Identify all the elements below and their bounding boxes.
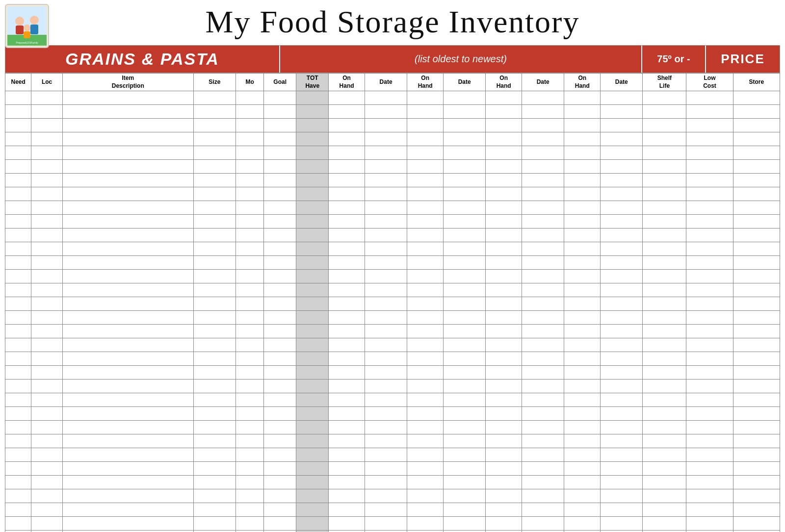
table-cell[interactable] [733,119,780,132]
table-cell[interactable] [264,146,296,160]
table-cell[interactable] [443,421,485,434]
table-row[interactable] [5,174,780,187]
table-cell[interactable] [486,160,522,174]
table-cell[interactable] [686,270,733,283]
table-cell[interactable] [296,311,329,325]
table-cell[interactable] [365,407,407,421]
table-cell[interactable] [564,215,601,228]
table-cell[interactable] [601,201,643,215]
table-cell[interactable] [193,380,236,393]
table-cell[interactable] [193,517,236,531]
table-cell[interactable] [296,146,329,160]
table-row[interactable] [5,311,780,325]
table-row[interactable] [5,503,780,517]
table-cell[interactable] [193,393,236,407]
table-cell[interactable] [643,256,686,270]
table-cell[interactable] [686,338,733,352]
table-cell[interactable] [564,201,601,215]
table-cell[interactable] [193,174,236,187]
table-cell[interactable] [264,517,296,531]
table-cell[interactable] [329,380,365,393]
table-cell[interactable] [522,174,564,187]
table-cell[interactable] [62,393,193,407]
table-cell[interactable] [686,352,733,366]
table-cell[interactable] [264,434,296,448]
table-cell[interactable] [486,174,522,187]
table-cell[interactable] [443,325,485,338]
table-cell[interactable] [329,119,365,132]
table-cell[interactable] [296,517,329,531]
table-cell[interactable] [365,366,407,380]
table-cell[interactable] [522,132,564,146]
table-row[interactable] [5,338,780,352]
table-cell[interactable] [31,174,63,187]
table-cell[interactable] [564,119,601,132]
table-cell[interactable] [62,407,193,421]
table-cell[interactable] [62,105,193,119]
table-cell[interactable] [329,517,365,531]
table-cell[interactable] [643,476,686,489]
table-cell[interactable] [601,297,643,311]
table-cell[interactable] [564,283,601,297]
table-cell[interactable] [193,242,236,256]
table-cell[interactable] [564,448,601,462]
table-cell[interactable] [643,517,686,531]
table-cell[interactable] [643,393,686,407]
table-cell[interactable] [407,146,444,160]
table-cell[interactable] [296,434,329,448]
table-cell[interactable] [236,242,264,256]
table-cell[interactable] [236,119,264,132]
table-cell[interactable] [236,407,264,421]
table-cell[interactable] [31,91,63,105]
table-cell[interactable] [365,476,407,489]
table-cell[interactable] [31,325,63,338]
table-cell[interactable] [62,421,193,434]
table-cell[interactable] [31,366,63,380]
table-cell[interactable] [365,146,407,160]
table-cell[interactable] [522,311,564,325]
table-cell[interactable] [296,366,329,380]
table-cell[interactable] [486,448,522,462]
table-cell[interactable] [193,91,236,105]
table-cell[interactable] [443,366,485,380]
table-cell[interactable] [686,311,733,325]
table-cell[interactable] [193,325,236,338]
table-cell[interactable] [236,503,264,517]
table-cell[interactable] [62,283,193,297]
table-cell[interactable] [686,201,733,215]
table-cell[interactable] [522,421,564,434]
table-cell[interactable] [564,462,601,476]
table-row[interactable] [5,256,780,270]
table-cell[interactable] [686,160,733,174]
table-cell[interactable] [601,352,643,366]
table-cell[interactable] [686,407,733,421]
table-cell[interactable] [643,352,686,366]
table-cell[interactable] [264,270,296,283]
table-cell[interactable] [601,283,643,297]
table-cell[interactable] [236,380,264,393]
table-cell[interactable] [601,146,643,160]
table-cell[interactable] [601,242,643,256]
table-cell[interactable] [329,228,365,242]
table-cell[interactable] [365,462,407,476]
table-cell[interactable] [296,503,329,517]
table-cell[interactable] [601,119,643,132]
table-cell[interactable] [296,119,329,132]
table-cell[interactable] [564,380,601,393]
table-cell[interactable] [5,517,31,531]
table-cell[interactable] [564,160,601,174]
table-cell[interactable] [443,201,485,215]
table-cell[interactable] [686,489,733,503]
table-cell[interactable] [296,228,329,242]
table-cell[interactable] [522,256,564,270]
table-cell[interactable] [5,201,31,215]
table-cell[interactable] [5,338,31,352]
table-cell[interactable] [365,489,407,503]
table-cell[interactable] [365,393,407,407]
table-cell[interactable] [643,160,686,174]
table-cell[interactable] [31,393,63,407]
table-cell[interactable] [733,366,780,380]
table-cell[interactable] [5,448,31,462]
table-cell[interactable] [236,366,264,380]
table-cell[interactable] [733,476,780,489]
